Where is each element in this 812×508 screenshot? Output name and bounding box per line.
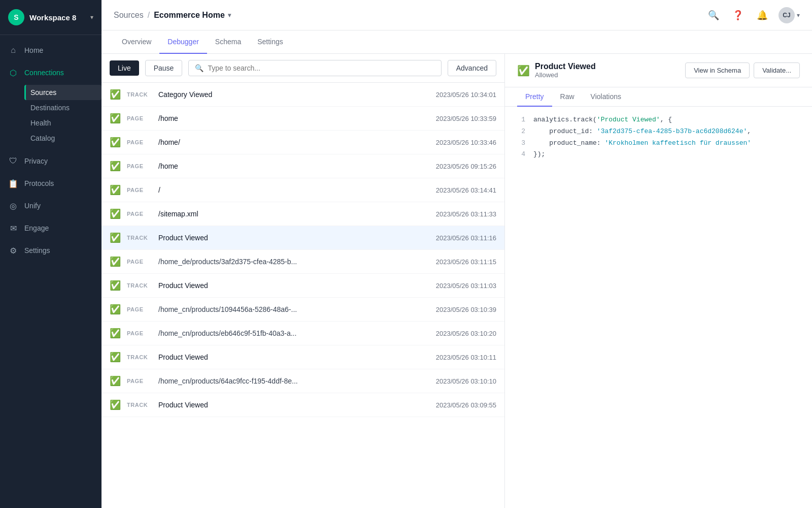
workspace-logo[interactable]: S Workspace 8 ▾ [0,0,101,35]
code-block: 1 analytics.track('Product Viewed', { 2 … [505,107,812,508]
settings-icon: ⚙ [8,245,18,256]
table-row[interactable]: ✅ PAGE / 2023/05/26 03:14:41 [101,178,504,202]
main-content: Sources / Ecommerce Home ▾ 🔍 ❓ 🔔 CJ ▾ Ov… [101,0,812,508]
notifications-button[interactable]: 🔔 [754,7,770,23]
search-input[interactable] [208,64,434,72]
table-row[interactable]: ✅ PAGE /home 2023/05/26 09:15:26 [101,154,504,178]
user-menu[interactable]: CJ ▾ [779,7,800,23]
sidebar-item-health[interactable]: Health [24,115,101,131]
table-row[interactable]: ✅ PAGE /home_cn/products/64ac9fcc-f195-4… [101,369,504,393]
sidebar-item-protocols[interactable]: 📋 Protocols [0,172,101,195]
event-time: 2023/05/26 10:33:46 [436,139,496,146]
table-row[interactable]: ✅ PAGE /home_cn/products/1094456a-5286-4… [101,298,504,322]
sidebar-item-settings[interactable]: ⚙ Settings [0,239,101,262]
table-row[interactable]: ✅ TRACK Product Viewed 2023/05/26 03:10:… [101,345,504,369]
breadcrumb: Sources / Ecommerce Home ▾ [114,11,231,20]
help-button[interactable]: ❓ [730,7,746,23]
event-time: 2023/05/26 03:11:16 [436,234,496,242]
code-tab-violations[interactable]: Violations [583,87,629,107]
event-type: TRACK [127,354,152,360]
sidebar-item-label: Engage [24,224,49,232]
left-panel: Live Pause 🔍 Advanced ✅ TRACK Category V… [101,54,505,508]
event-time: 2023/05/26 03:10:20 [436,330,496,337]
code-punctuation: , [747,128,751,135]
sidebar-item-connections[interactable]: ⬡ Connections [0,61,101,84]
validate-button[interactable]: Validate... [754,62,800,78]
sidebar-item-destinations[interactable]: Destinations [24,100,101,115]
check-icon: ✅ [110,280,121,291]
privacy-icon: 🛡 [8,156,18,166]
check-icon: ✅ [110,184,121,196]
sidebar-item-catalog[interactable]: Catalog [24,131,101,146]
code-fn: analytics.track( [533,116,597,123]
sidebar-item-engage[interactable]: ✉ Engage [0,217,101,239]
table-row[interactable]: ✅ TRACK Category Viewed 2023/05/26 10:34… [101,83,504,107]
code-key: product_name: [533,139,604,147]
table-row[interactable]: ✅ PAGE /home_de/products/3af2d375-cfea-4… [101,250,504,274]
search-icon: 🔍 [195,64,204,72]
event-name: Product Viewed [158,234,430,242]
sidebar-item-home[interactable]: ⌂ Home [0,39,101,61]
search-box: 🔍 [188,60,441,76]
workspace-chevron-icon[interactable]: ▾ [90,14,93,21]
code-line-3: 3 product_name: 'Krokholmen kaffeetisch … [517,138,800,149]
event-name: Product Viewed [158,353,430,361]
line-number: 2 [517,126,525,137]
sidebar-item-unify[interactable]: ◎ Unify [0,195,101,217]
code-tab-pretty[interactable]: Pretty [517,87,552,107]
tab-schema[interactable]: Schema [207,30,249,54]
event-type: PAGE [127,163,152,169]
code-string: 'Product Viewed' [597,116,660,123]
check-icon: ✅ [110,232,121,243]
sidebar-item-label: Settings [24,246,50,255]
line-number: 4 [517,149,525,160]
table-row[interactable]: ✅ PAGE /home 2023/05/26 10:33:59 [101,107,504,131]
event-type: TRACK [127,402,152,408]
check-icon: ✅ [110,352,121,363]
table-row[interactable]: ✅ TRACK Product Viewed 2023/05/26 03:11:… [101,274,504,298]
connections-icon: ⬡ [8,68,18,78]
live-button[interactable]: Live [110,60,139,76]
protocols-icon: 📋 [8,178,18,188]
event-type: TRACK [127,91,152,98]
check-icon: ✅ [110,161,121,172]
right-panel: ✅ Product Viewed Allowed View in Schema … [505,54,812,508]
check-icon: ✅ [110,375,121,387]
code-tab-raw[interactable]: Raw [552,87,583,107]
sidebar-item-label: Protocols [24,179,54,187]
event-title-text: Product Viewed Allowed [535,62,596,79]
view-in-schema-button[interactable]: View in Schema [685,62,750,78]
table-row[interactable]: ✅ TRACK Product Viewed 2023/05/26 03:09:… [101,393,504,417]
breadcrumb-sources-link[interactable]: Sources [114,11,144,20]
tab-overview[interactable]: Overview [114,30,159,54]
tab-debugger[interactable]: Debugger [159,30,207,54]
event-list: ✅ TRACK Category Viewed 2023/05/26 10:34… [101,83,504,508]
sidebar-item-label: Home [24,46,43,54]
sources-label: Sources [30,88,56,97]
pause-button[interactable]: Pause [145,60,183,76]
table-row[interactable]: ✅ TRACK Product Viewed 2023/05/26 03:11:… [101,226,504,250]
event-time: 2023/05/26 03:14:41 [436,186,496,194]
table-row[interactable]: ✅ PAGE /sitemap.xml 2023/05/26 03:11:33 [101,202,504,226]
advanced-button[interactable]: Advanced [448,60,496,76]
sidebar-item-privacy[interactable]: 🛡 Privacy [0,150,101,172]
tab-settings[interactable]: Settings [249,30,291,54]
sidebar-nav: ⌂ Home ⬡ Connections Sources Destination… [0,35,101,508]
event-time: 2023/05/26 03:10:39 [436,306,496,313]
table-row[interactable]: ✅ PAGE /home_cn/products/eb646c9f-51fb-4… [101,322,504,345]
code-content: product_id: '3af2d375-cfea-4285-b37b-ac6… [533,126,751,137]
breadcrumb-chevron-icon[interactable]: ▾ [228,12,231,19]
event-name: /home [158,114,430,122]
engage-icon: ✉ [8,223,18,233]
event-name: /home_cn/products/1094456a-5286-48a6-... [158,305,430,313]
check-icon: ✅ [110,256,121,267]
search-button[interactable]: 🔍 [705,7,722,23]
check-icon: ✅ [110,304,121,315]
toolbar: Live Pause 🔍 Advanced [101,54,504,83]
health-label: Health [30,119,51,127]
event-name: /home_cn/products/eb646c9f-51fb-40a3-a..… [158,329,430,337]
sidebar-item-sources[interactable]: Sources [24,85,101,100]
event-time: 2023/05/26 03:11:15 [436,258,496,266]
event-type: PAGE [127,211,152,217]
table-row[interactable]: ✅ PAGE /home/ 2023/05/26 10:33:46 [101,131,504,154]
